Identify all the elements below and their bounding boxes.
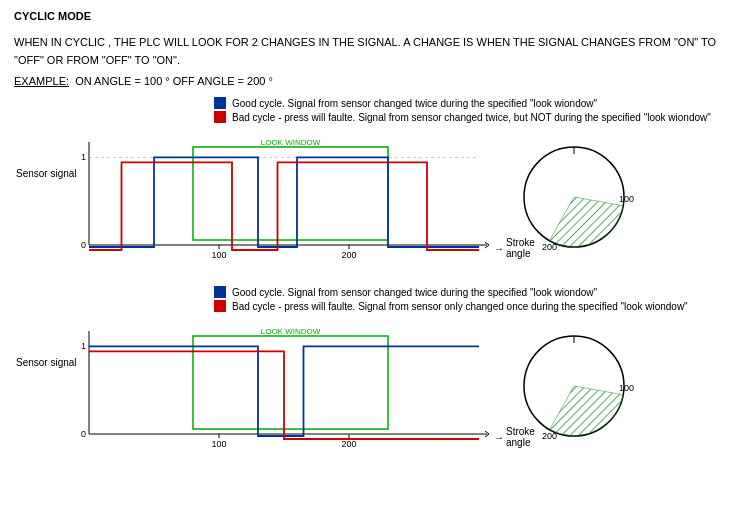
example-text: EXAMPLE: ON ANGLE = 100 ° OFF ANGLE = 20…	[14, 75, 721, 87]
circle-label-200: 200	[542, 242, 557, 252]
circle-svg-1: 100 200	[514, 132, 644, 262]
svg-text:100: 100	[619, 383, 634, 393]
legend-color-red-1	[214, 111, 226, 123]
legend-color-blue-1	[214, 97, 226, 109]
description-text: WHEN IN CYCLIC , THE PLC WILL LOOK FOR 2…	[14, 34, 721, 69]
legend-text-bad-1: Bad cycle - press will faulte. Signal fr…	[232, 112, 711, 123]
legend-item-good-2: Good cycle. Signal from sensor changed t…	[214, 286, 721, 298]
legend-text-good-2: Good cycle. Signal from sensor changed t…	[232, 287, 597, 298]
example-value: ON ANGLE = 100 ° OFF ANGLE = 200 °	[72, 75, 273, 87]
diagram1-chart-area: Sensor signal → Stroke angle	[14, 127, 721, 272]
arrow-right-2: →	[494, 432, 504, 443]
legend-item-bad-2: Bad cycle - press will faulte. Signal fr…	[214, 300, 721, 312]
legend-text-good-1: Good cycle. Signal from sensor changed t…	[232, 98, 597, 109]
circle-diagram-2: 100 200	[514, 321, 644, 451]
example-label: EXAMPLE:	[14, 75, 69, 87]
circle-diagram-1: 100 200	[514, 132, 644, 262]
legend-item-good-1: Good cycle. Signal from sensor changed t…	[214, 97, 721, 109]
legend-color-red-2	[214, 300, 226, 312]
diagram1-section: Good cycle. Signal from sensor changed t…	[14, 97, 721, 272]
page-title: CYCLIC MODE	[14, 10, 721, 22]
diagram2-chart-area: Sensor signal → Stroke angle 100 200	[14, 316, 721, 461]
circle-label-100: 100	[619, 194, 634, 204]
diagram1-graph: Sensor signal → Stroke angle	[14, 127, 504, 272]
y-label-1: Sensor signal	[16, 167, 77, 180]
diagram1-legend: Good cycle. Signal from sensor changed t…	[214, 97, 721, 123]
circle-svg-2: 100 200	[514, 321, 644, 451]
diagram2-section: Good cycle. Signal from sensor changed t…	[14, 286, 721, 461]
legend-item-bad-1: Bad cycle - press will faulte. Signal fr…	[214, 111, 721, 123]
diagram2-graph: Sensor signal → Stroke angle	[14, 316, 504, 461]
svg-text:200: 200	[542, 431, 557, 441]
y-label-2: Sensor signal	[16, 356, 77, 369]
legend-color-blue-2	[214, 286, 226, 298]
arrow-right-1: →	[494, 243, 504, 254]
legend-text-bad-2: Bad cycle - press will faulte. Signal fr…	[232, 301, 688, 312]
diagram2-legend: Good cycle. Signal from sensor changed t…	[214, 286, 721, 312]
